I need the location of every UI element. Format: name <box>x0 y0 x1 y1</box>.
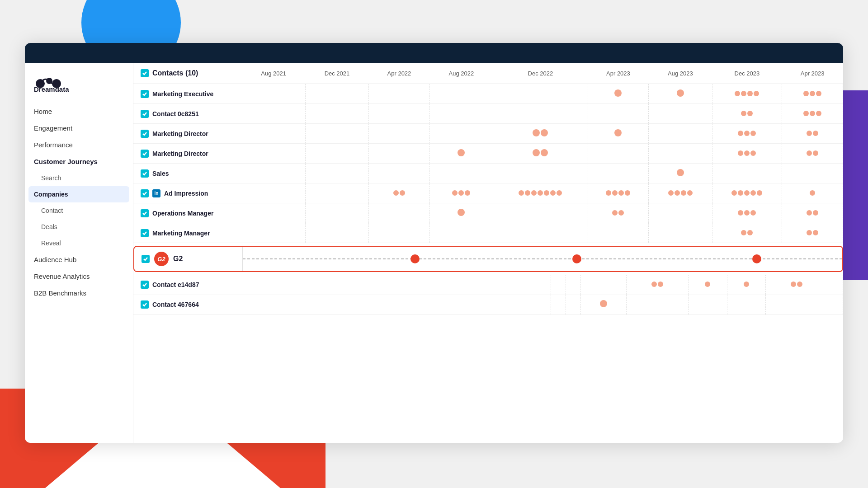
sidebar-item-companies[interactable]: Companies <box>28 186 129 202</box>
dot <box>816 111 821 116</box>
sidebar-item-deals[interactable]: Deals <box>25 219 133 235</box>
dot <box>741 230 746 235</box>
table-row: Marketing Director <box>133 124 843 144</box>
dot <box>744 190 750 196</box>
cell <box>649 164 712 183</box>
cell <box>766 275 828 295</box>
g2-row-wrapper: G2 G2 <box>133 243 843 275</box>
row-label-ad-impression: in Ad Impression <box>133 183 242 203</box>
dot <box>754 91 759 96</box>
dot <box>757 190 762 196</box>
check-icon <box>141 189 149 197</box>
g2-dot-3 <box>752 254 761 263</box>
row-label-contact-0c8251: Contact 0c8251 <box>133 104 242 124</box>
dot <box>541 129 548 136</box>
dot <box>705 282 710 287</box>
sidebar-item-contact[interactable]: Contact <box>25 202 133 219</box>
cell <box>493 203 588 223</box>
sidebar-item-home[interactable]: Home <box>25 103 133 120</box>
row-label-marketing-director-2: Marketing Director <box>133 144 242 164</box>
dot <box>735 91 740 96</box>
dot <box>791 282 796 287</box>
dot <box>816 91 821 96</box>
linkedin-icon: in <box>152 189 160 197</box>
cell <box>588 164 649 183</box>
cell <box>551 295 566 314</box>
sidebar-item-engagement[interactable]: Engagement <box>25 120 133 136</box>
table-row: Contact 467664 <box>133 295 843 314</box>
dot <box>813 210 818 216</box>
sidebar-item-customer-journeys[interactable]: Customer Journeys <box>25 153 133 170</box>
dot <box>677 89 684 97</box>
timeline-body-bottom: Contact e14d87 <box>133 275 843 314</box>
app-container: Dreamdata Home Engagement Performance Cu… <box>25 43 843 443</box>
dreamdata-logo: Dreamdata <box>34 72 88 92</box>
dot <box>741 111 746 116</box>
cell <box>242 104 305 124</box>
row-text: Contact 467664 <box>152 301 199 308</box>
dot <box>458 149 465 156</box>
cell <box>429 144 493 164</box>
check-icon <box>141 130 149 138</box>
g2-dot-2 <box>572 254 581 263</box>
dot <box>677 169 684 176</box>
check-icon <box>141 209 149 217</box>
sidebar-item-b2b-benchmarks[interactable]: B2B Benchmarks <box>25 285 133 301</box>
dot <box>738 190 743 196</box>
dot <box>600 300 607 307</box>
cell <box>369 104 430 124</box>
dot <box>557 190 562 196</box>
check-icon <box>141 281 149 289</box>
sidebar-item-performance[interactable]: Performance <box>25 136 133 153</box>
app-header <box>25 43 843 63</box>
sidebar-item-reveal[interactable]: Reveal <box>25 235 133 251</box>
main-content[interactable]: Contacts (10) Aug 2021 Dec 2021 Apr 2022… <box>133 63 843 443</box>
cell <box>727 275 765 295</box>
sidebar-item-revenue-analytics[interactable]: Revenue Analytics <box>25 268 133 285</box>
cell <box>493 124 588 144</box>
dot <box>452 190 458 196</box>
dot <box>538 190 543 196</box>
cell <box>242 124 305 144</box>
dot <box>813 230 818 235</box>
cell <box>537 295 551 314</box>
cell <box>782 84 843 104</box>
dot <box>738 131 743 136</box>
dot <box>544 190 549 196</box>
dot <box>744 210 750 216</box>
cell <box>493 164 588 183</box>
dot <box>807 131 812 136</box>
col-dec2022: Dec 2022 <box>493 63 588 84</box>
col-dec2023: Dec 2023 <box>712 63 782 84</box>
logo-area: Dreamdata <box>25 72 133 103</box>
check-icon <box>141 169 149 178</box>
timeline-header: Contacts (10) Aug 2021 Dec 2021 Apr 2022… <box>133 63 843 84</box>
g2-highlighted-row[interactable]: G2 G2 <box>133 246 843 272</box>
app-body: Dreamdata Home Engagement Performance Cu… <box>25 63 843 443</box>
row-text: Marketing Director <box>152 130 208 137</box>
timeline-body: Marketing Executive <box>133 84 843 243</box>
cell <box>712 84 782 104</box>
cell <box>626 295 688 314</box>
dot <box>738 150 743 156</box>
cell <box>242 164 305 183</box>
cell <box>689 295 727 314</box>
col-aug2022: Aug 2022 <box>429 63 493 84</box>
g2-label: G2 G2 <box>134 247 243 271</box>
cell <box>782 164 843 183</box>
cell <box>493 223 588 243</box>
cell <box>712 203 782 223</box>
table-row: Operations Manager <box>133 203 843 223</box>
cell <box>581 275 626 295</box>
dot <box>744 282 749 287</box>
cell <box>369 144 430 164</box>
cell <box>566 295 581 314</box>
sidebar-item-audience-hub[interactable]: Audience Hub <box>25 251 133 268</box>
sidebar-item-search[interactable]: Search <box>25 170 133 186</box>
timeline-table: Contacts (10) Aug 2021 Dec 2021 Apr 2022… <box>133 63 843 243</box>
check-icon <box>141 150 149 158</box>
dot <box>750 131 756 136</box>
table-row: Sales <box>133 164 843 183</box>
dot <box>612 190 618 196</box>
cell <box>782 144 843 164</box>
